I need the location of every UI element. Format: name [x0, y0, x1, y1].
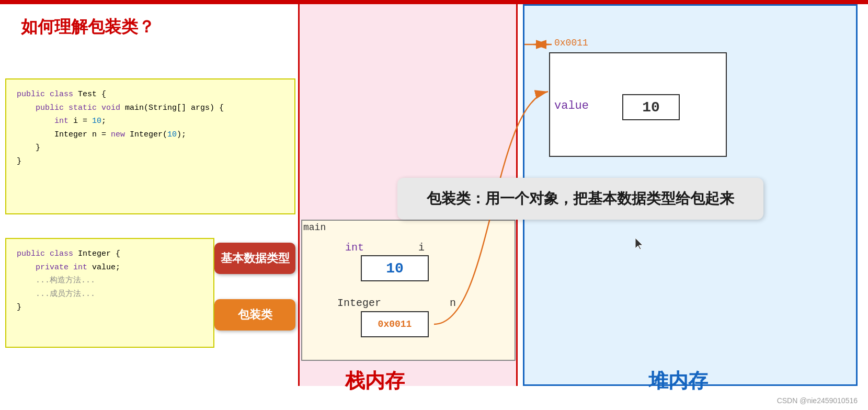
- stack-label: 栈内存: [345, 368, 405, 394]
- frame-label: main: [303, 222, 326, 233]
- heap-value-label: value: [554, 99, 589, 112]
- integer-type-label: Integer: [337, 297, 381, 309]
- int-var-label: i: [418, 242, 425, 254]
- code-box-test: public class Test { public static void m…: [5, 78, 295, 214]
- top-bar: [0, 0, 868, 4]
- watermark: CSDN @nie2459010516: [777, 396, 858, 405]
- int-value-box: 10: [361, 255, 429, 281]
- tooltip-box: 包装类：用一个对象，把基本数据类型给包起来: [397, 178, 763, 220]
- int-type-label: int: [345, 242, 364, 254]
- code-box-integer: public class Integer { private int value…: [5, 238, 214, 348]
- heap-address-label: 0x0011: [554, 38, 588, 48]
- wrapper-class-button[interactable]: 包装类: [214, 299, 295, 331]
- integer-value-box: 0x0011: [361, 311, 429, 337]
- heap-label: 堆内存: [648, 368, 708, 394]
- page-title: 如何理解包装类？: [21, 16, 155, 39]
- heap-value-box: 10: [622, 94, 680, 120]
- stack-frame: [301, 220, 516, 361]
- integer-var-label: n: [450, 297, 456, 309]
- basic-type-button[interactable]: 基本数据类型: [214, 243, 295, 274]
